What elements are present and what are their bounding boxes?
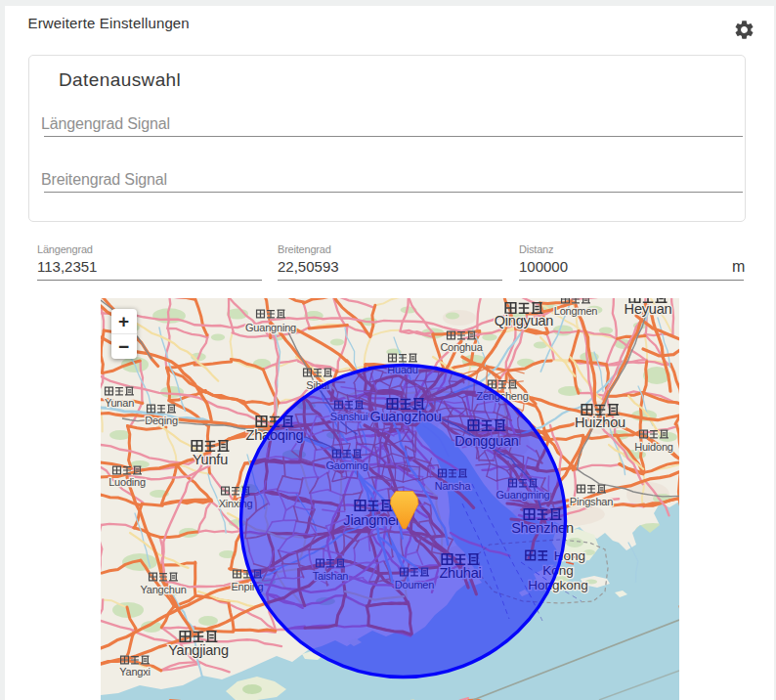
svg-text:Luoding: Luoding: [108, 476, 146, 488]
svg-text:Yunan: Yunan: [105, 397, 134, 409]
svg-text:Longmen: Longmen: [554, 305, 598, 317]
svg-text:Yangxi: Yangxi: [119, 666, 151, 678]
svg-text:Pingshan: Pingshan: [570, 496, 613, 507]
svg-text:Conghua: Conghua: [440, 341, 483, 353]
svg-text:Qingyuan: Qingyuan: [495, 313, 554, 328]
svg-text:Yunfu: Yunfu: [193, 452, 228, 467]
svg-text:Yangjiang: Yangjiang: [168, 642, 229, 658]
svg-text:Huizhou: Huizhou: [575, 415, 625, 430]
svg-text:Heyuan: Heyuan: [625, 301, 672, 317]
svg-text:Yangchun: Yangchun: [140, 584, 186, 595]
svg-text:Huidong: Huidong: [634, 441, 673, 453]
svg-text:Deqing: Deqing: [145, 415, 178, 426]
svg-text:Guangning: Guangning: [245, 322, 296, 333]
